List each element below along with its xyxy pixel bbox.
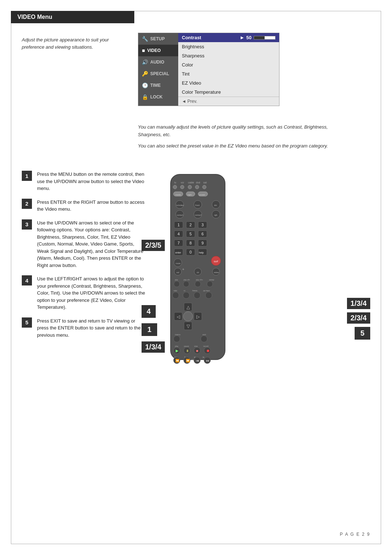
- step-1-num: 1: [22, 171, 32, 181]
- svg-text:pip ch-: pip ch-: [184, 279, 190, 281]
- menu-item-time[interactable]: 🕐 TIME: [138, 80, 178, 91]
- svg-text:front: front: [195, 204, 200, 206]
- svg-text:2: 2: [189, 223, 192, 227]
- page-footer: P A G E 2 9: [340, 532, 370, 537]
- svg-point-78: [194, 292, 200, 299]
- svg-text:power: power: [199, 194, 205, 196]
- svg-point-10: [203, 185, 206, 189]
- svg-text:6: 6: [201, 232, 204, 236]
- menu-item-special[interactable]: 🔑 SPECIAL: [138, 68, 178, 80]
- svg-text:cable: cable: [188, 181, 194, 184]
- svg-point-70: [195, 281, 201, 287]
- svg-point-79: [205, 292, 212, 299]
- svg-point-4: [180, 185, 184, 189]
- svg-text:ratio: ratio: [173, 289, 177, 292]
- callout-134-bottom: 1/3/4: [142, 341, 165, 353]
- svg-text:▽: ▽: [187, 324, 190, 329]
- option-color[interactable]: Color: [178, 60, 279, 69]
- svg-text:|►: |►: [203, 356, 205, 358]
- option-tint[interactable]: Tint: [178, 69, 279, 78]
- svg-text:7: 7: [177, 241, 180, 245]
- option-brightness-label: Brightness: [182, 44, 204, 49]
- svg-text:tv: tv: [174, 181, 176, 184]
- svg-text:mute: mute: [176, 262, 181, 264]
- prev-label: ◄ Prev.: [178, 97, 279, 106]
- svg-text:pip ch+: pip ch+: [196, 279, 203, 281]
- svg-text:swap: swap: [209, 279, 215, 281]
- svg-point-6: [188, 185, 192, 189]
- svg-text:sat: sat: [203, 181, 207, 184]
- svg-text:record: record: [203, 345, 208, 347]
- option-brightness[interactable]: Brightness: [178, 42, 279, 51]
- callout-5-right: 5: [355, 327, 370, 340]
- option-color-label: Color: [182, 62, 193, 68]
- menu-item-audio-label: AUDIO: [150, 60, 164, 65]
- steps-section: 1 Press the MENU button on the remote co…: [22, 171, 145, 345]
- svg-text:light: light: [188, 194, 192, 196]
- menu-item-audio[interactable]: 🔊 AUDIO: [138, 56, 178, 68]
- svg-point-91: [173, 336, 180, 342]
- callout-134-right: 1/3/4: [347, 298, 370, 309]
- remote-container: tv vcr cable dvd sat mode light power tv…: [160, 171, 240, 368]
- option-ez-video[interactable]: EZ Video: [178, 78, 279, 88]
- svg-text:comp2: comp2: [195, 214, 202, 216]
- option-contrast[interactable]: Contrast ▶ 50: [178, 33, 279, 42]
- svg-text:3: 3: [201, 223, 204, 227]
- setup-icon: 🔧: [142, 36, 148, 42]
- svg-text:5: 5: [189, 232, 192, 236]
- svg-text:vol: vol: [176, 271, 179, 274]
- header-bar: VIDEO Menu: [11, 11, 134, 23]
- svg-text:▷: ▷: [196, 314, 200, 319]
- svg-text:pause: pause: [184, 345, 189, 347]
- svg-text:enter: enter: [175, 251, 181, 254]
- callout-1: 1: [142, 323, 157, 336]
- video-icon: ■: [142, 48, 145, 53]
- svg-point-77: [183, 292, 189, 299]
- option-contrast-label: Contrast: [182, 35, 201, 40]
- svg-text:tv/video: tv/video: [176, 204, 184, 206]
- svg-text:⏮: ⏮: [196, 359, 199, 362]
- svg-text:⏸: ⏸: [186, 349, 189, 353]
- svg-text:dvd: dvd: [196, 181, 200, 184]
- option-sharpness-label: Sharpness: [182, 53, 204, 58]
- lock-icon: 🔒: [142, 94, 148, 100]
- svg-text:help: help: [199, 251, 204, 254]
- step-5-text: Press EXIT to save and return to TV view…: [37, 317, 145, 339]
- svg-point-8: [195, 185, 199, 189]
- svg-text:surf: surf: [214, 260, 218, 263]
- svg-text:⏭: ⏭: [206, 359, 209, 362]
- svg-text:8: 8: [189, 241, 192, 245]
- svg-point-2: [173, 185, 177, 189]
- svg-point-71: [207, 281, 213, 287]
- caption-text: You can manually adjust the levels of pi…: [138, 123, 352, 150]
- caption-1: You can manually adjust the levels of pi…: [138, 123, 352, 139]
- callout-4: 4: [142, 305, 156, 318]
- svg-text:4: 4: [177, 232, 180, 236]
- special-icon: 🔑: [142, 71, 148, 77]
- contrast-progress-bar: [254, 36, 275, 40]
- time-icon: 🕐: [142, 82, 148, 88]
- svg-point-84: [183, 312, 193, 321]
- step-3: 3 Use the UP/DOWN arrows to select one o…: [22, 219, 145, 269]
- svg-text:⏪: ⏪: [175, 358, 180, 363]
- svg-text:play: play: [175, 345, 179, 347]
- menu-item-lock-label: LOCK: [150, 94, 163, 100]
- caption-2: You can also select the preset value in …: [138, 142, 352, 150]
- option-color-temp-label: Color Temperature: [182, 89, 221, 95]
- svg-text:9: 9: [201, 241, 204, 245]
- page-title: VIDEO Menu: [17, 14, 52, 20]
- svg-text:vcr: vcr: [181, 181, 184, 184]
- svg-text:pip: pip: [175, 279, 178, 281]
- audio-icon: 🔊: [142, 59, 148, 65]
- menu-item-lock[interactable]: 🔒 LOCK: [138, 91, 178, 103]
- option-sharpness[interactable]: Sharpness: [178, 51, 279, 60]
- menu-item-time-label: TIME: [150, 83, 161, 88]
- menu-item-video[interactable]: ■ VIDEO: [138, 45, 178, 56]
- menu-item-video-label: VIDEO: [147, 48, 160, 53]
- menu-item-setup[interactable]: 🔧 SETUP: [138, 33, 178, 45]
- svg-text:▶: ▶: [176, 349, 179, 353]
- intro-text: Adjust the picture appearance to suit yo…: [22, 36, 127, 50]
- tv-menu: 🔧 SETUP ■ VIDEO 🔊 AUDIO 🔑 SPECIAL 🕐 TIME…: [138, 33, 279, 106]
- arrow-right-icon: ▶: [241, 36, 244, 40]
- option-color-temp[interactable]: Color Temperature: [178, 88, 279, 97]
